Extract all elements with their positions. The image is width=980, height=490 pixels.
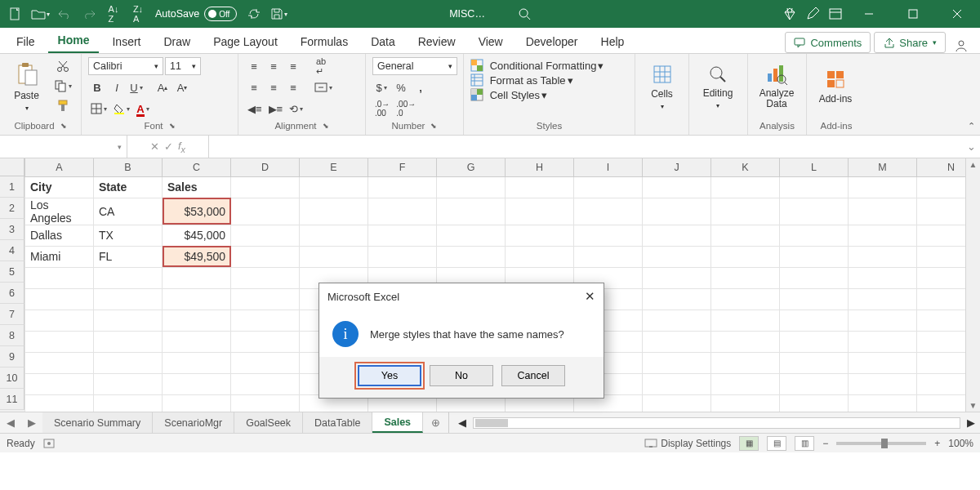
row-header-5[interactable]: 5 <box>0 261 24 283</box>
new-sheet-button[interactable]: ⊕ <box>423 416 448 429</box>
share-button[interactable]: Share▾ <box>874 32 946 53</box>
font-dialog-launcher[interactable]: ⬊ <box>168 122 174 130</box>
column-header-K[interactable]: K <box>711 158 780 176</box>
undo-icon[interactable] <box>54 3 75 24</box>
tab-page-layout[interactable]: Page Layout <box>203 30 287 53</box>
row-header-6[interactable]: 6 <box>0 283 24 304</box>
pen-icon[interactable] <box>805 7 820 21</box>
column-header-N[interactable]: N <box>917 158 966 176</box>
search-icon[interactable] <box>518 7 531 20</box>
sheet-tab-datatable[interactable]: DataTable <box>303 412 372 433</box>
conditional-formatting-button[interactable]: Conditional Formatting▾ <box>470 59 604 72</box>
column-header-A[interactable]: A <box>25 158 94 176</box>
align-center-icon[interactable]: ≡ <box>265 78 283 96</box>
expand-formula-bar-icon[interactable]: ⌄ <box>962 136 980 158</box>
grow-font-button[interactable]: A▴ <box>154 78 172 96</box>
row-header-10[interactable]: 10 <box>0 368 24 389</box>
underline-button[interactable]: U▾ <box>127 78 145 96</box>
cell-B3[interactable]: TX <box>94 225 163 246</box>
sort-desc-icon[interactable]: Z↓A <box>127 3 149 24</box>
cell-C4[interactable]: $49,500 <box>163 246 231 267</box>
align-left-icon[interactable]: ≡ <box>245 78 263 96</box>
shrink-font-button[interactable]: A▾ <box>173 78 191 96</box>
column-header-G[interactable]: G <box>437 158 506 176</box>
open-icon[interactable]: ▾ <box>29 3 51 24</box>
formula-input[interactable] <box>209 136 962 158</box>
tab-view[interactable]: View <box>469 30 513 53</box>
account-icon[interactable] <box>949 38 973 53</box>
comments-button[interactable]: Comments <box>785 32 871 53</box>
display-settings-button[interactable]: Display Settings <box>644 438 731 449</box>
decrease-indent-icon[interactable]: ◀≡ <box>245 100 265 118</box>
borders-button[interactable]: ▾ <box>88 100 109 118</box>
column-header-L[interactable]: L <box>780 158 849 176</box>
page-layout-view-button[interactable]: ▤ <box>767 436 786 451</box>
autosave-switch[interactable]: Off <box>204 7 237 21</box>
format-painter-icon[interactable] <box>51 96 74 114</box>
comma-format-button[interactable]: , <box>412 78 430 96</box>
row-header-7[interactable]: 7 <box>0 304 24 325</box>
column-header-H[interactable]: H <box>506 158 574 176</box>
cell-A3[interactable]: Dallas <box>25 225 94 246</box>
dialog-close-icon[interactable]: ✕ <box>585 289 595 304</box>
cut-icon[interactable] <box>51 57 74 75</box>
redo-icon[interactable] <box>78 3 100 24</box>
analyze-data-button[interactable]: Analyze Data <box>755 57 799 116</box>
align-middle-icon[interactable]: ≡ <box>265 57 283 75</box>
column-header-D[interactable]: D <box>231 158 300 176</box>
editing-button[interactable]: Editing▾ <box>696 57 740 116</box>
minimize-button[interactable] <box>851 3 887 24</box>
select-all-corner[interactable] <box>0 158 24 176</box>
align-right-icon[interactable]: ≡ <box>284 78 302 96</box>
sort-asc-icon[interactable]: A↓Z <box>103 3 124 24</box>
fx-icon[interactable]: fx <box>178 140 185 154</box>
cell-C1[interactable]: Sales <box>163 176 231 198</box>
italic-button[interactable]: I <box>108 78 126 96</box>
copy-icon[interactable]: ▾ <box>51 77 74 95</box>
decrease-decimal-button[interactable]: .00→.0 <box>394 100 418 118</box>
page-break-view-button[interactable]: ▥ <box>795 436 814 451</box>
dialog-cancel-button[interactable]: Cancel <box>501 365 565 386</box>
sheet-tab-scenariomgr[interactable]: ScenarioMgr <box>153 412 234 433</box>
sheet-tab-scenario-summary[interactable]: Scenario Summary <box>42 412 153 433</box>
macro-record-icon[interactable] <box>43 438 55 449</box>
font-size-combo[interactable]: 11▾ <box>165 57 201 75</box>
zoom-level[interactable]: 100% <box>948 438 973 449</box>
sheet-nav-prev[interactable]: ◀ <box>0 416 21 429</box>
row-header-2[interactable]: 2 <box>0 198 24 219</box>
orientation-icon[interactable]: ⟲▾ <box>287 100 305 118</box>
tab-developer[interactable]: Developer <box>516 30 588 53</box>
cell-B1[interactable]: State <box>94 176 163 198</box>
zoom-in-button[interactable]: + <box>934 438 940 449</box>
column-header-J[interactable]: J <box>643 158 711 176</box>
zoom-out-button[interactable]: − <box>822 438 828 449</box>
cell-A1[interactable]: City <box>25 176 94 198</box>
cell-A2[interactable]: Los Angeles <box>25 198 94 225</box>
dialog-yes-button[interactable]: Yes <box>358 365 421 386</box>
new-icon[interactable] <box>5 3 26 24</box>
diamond-icon[interactable] <box>782 7 797 21</box>
sheet-nav-next[interactable]: ▶ <box>21 416 42 429</box>
cell-styles-button[interactable]: Cell Styles▾ <box>470 88 604 101</box>
column-header-I[interactable]: I <box>574 158 643 176</box>
increase-indent-icon[interactable]: ▶≡ <box>266 100 286 118</box>
increase-decimal-button[interactable]: .0→.00 <box>372 100 392 118</box>
horizontal-scrollbar[interactable]: ◀▶ <box>453 416 980 429</box>
cell-B2[interactable]: CA <box>94 198 163 225</box>
column-header-F[interactable]: F <box>368 158 437 176</box>
autosave-toggle[interactable]: AutoSave Off <box>155 7 237 21</box>
cancel-formula-icon[interactable]: ✕ <box>150 140 159 153</box>
close-button[interactable] <box>939 3 975 24</box>
tab-data[interactable]: Data <box>361 30 405 53</box>
wrap-text-button[interactable]: ab↵ <box>312 57 330 75</box>
vertical-scrollbar[interactable]: ▲▼ <box>965 158 980 412</box>
dialog-no-button[interactable]: No <box>430 365 493 386</box>
cell-C2[interactable]: $53,000 <box>163 198 231 225</box>
tab-home[interactable]: Home <box>48 29 100 53</box>
name-box[interactable]: ▾ <box>0 136 127 158</box>
column-header-B[interactable]: B <box>94 158 163 176</box>
collapse-ribbon-icon[interactable]: ⌃ <box>968 121 975 131</box>
tab-draw[interactable]: Draw <box>154 30 200 53</box>
alignment-dialog-launcher[interactable]: ⬊ <box>322 122 327 130</box>
cell-A4[interactable]: Miami <box>25 246 94 267</box>
